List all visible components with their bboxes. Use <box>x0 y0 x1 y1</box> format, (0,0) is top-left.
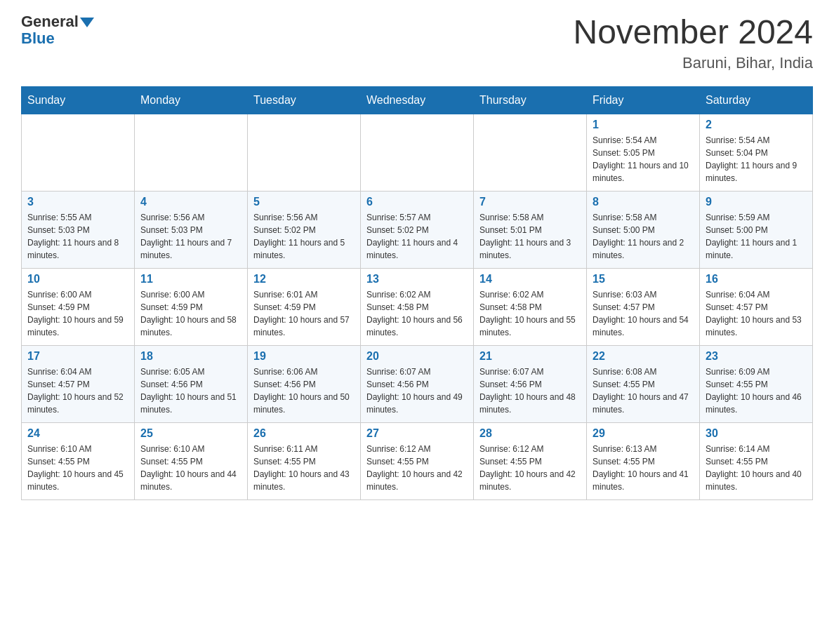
logo-sub: Blue <box>21 31 55 46</box>
day-info: Sunrise: 6:13 AM Sunset: 4:55 PM Dayligh… <box>593 443 694 493</box>
day-number: 13 <box>366 273 468 286</box>
day-info: Sunrise: 5:55 AM Sunset: 5:03 PM Dayligh… <box>27 211 128 262</box>
day-number: 2 <box>706 119 807 131</box>
day-info: Sunrise: 6:01 AM Sunset: 4:59 PM Dayligh… <box>253 288 355 339</box>
calendar-cell: 3Sunrise: 5:55 AM Sunset: 5:03 PM Daylig… <box>22 191 135 268</box>
day-number: 23 <box>706 350 807 363</box>
day-info: Sunrise: 6:10 AM Sunset: 4:55 PM Dayligh… <box>140 443 241 493</box>
day-number: 27 <box>366 427 468 440</box>
title-area: November 2024 Baruni, Bihar, India <box>573 14 813 72</box>
day-number: 8 <box>593 196 694 208</box>
header-thursday: Thursday <box>474 86 587 114</box>
day-number: 14 <box>479 273 581 286</box>
day-number: 28 <box>479 427 581 440</box>
logo-main: General <box>21 14 94 29</box>
calendar-cell: 17Sunrise: 6:04 AM Sunset: 4:57 PM Dayli… <box>22 345 135 422</box>
calendar-cell: 30Sunrise: 6:14 AM Sunset: 4:55 PM Dayli… <box>700 422 813 499</box>
day-info: Sunrise: 5:58 AM Sunset: 5:01 PM Dayligh… <box>479 211 581 262</box>
calendar-cell <box>474 114 587 191</box>
calendar-cell: 23Sunrise: 6:09 AM Sunset: 4:55 PM Dayli… <box>700 345 813 422</box>
day-info: Sunrise: 6:07 AM Sunset: 4:56 PM Dayligh… <box>366 365 468 416</box>
calendar-cell: 13Sunrise: 6:02 AM Sunset: 4:58 PM Dayli… <box>361 268 474 345</box>
day-info: Sunrise: 6:04 AM Sunset: 4:57 PM Dayligh… <box>27 365 128 416</box>
day-info: Sunrise: 5:59 AM Sunset: 5:00 PM Dayligh… <box>706 211 807 262</box>
header-sunday: Sunday <box>22 86 135 114</box>
day-number: 26 <box>253 427 355 440</box>
week-row-1: 1Sunrise: 5:54 AM Sunset: 5:05 PM Daylig… <box>22 114 813 191</box>
header-wednesday: Wednesday <box>361 86 474 114</box>
calendar-cell: 1Sunrise: 5:54 AM Sunset: 5:05 PM Daylig… <box>587 114 700 191</box>
calendar-cell: 20Sunrise: 6:07 AM Sunset: 4:56 PM Dayli… <box>361 345 474 422</box>
calendar-table: Sunday Monday Tuesday Wednesday Thursday… <box>21 86 813 500</box>
calendar-cell: 19Sunrise: 6:06 AM Sunset: 4:56 PM Dayli… <box>248 345 361 422</box>
calendar-cell: 26Sunrise: 6:11 AM Sunset: 4:55 PM Dayli… <box>248 422 361 499</box>
day-number: 5 <box>253 196 355 208</box>
header: General Blue November 2024 Baruni, Bihar… <box>21 14 813 72</box>
day-info: Sunrise: 5:54 AM Sunset: 5:05 PM Dayligh… <box>593 134 694 185</box>
calendar-cell: 27Sunrise: 6:12 AM Sunset: 4:55 PM Dayli… <box>361 422 474 499</box>
logo: General Blue <box>21 14 94 46</box>
day-info: Sunrise: 6:05 AM Sunset: 4:56 PM Dayligh… <box>140 365 241 416</box>
week-row-3: 10Sunrise: 6:00 AM Sunset: 4:59 PM Dayli… <box>22 268 813 345</box>
day-info: Sunrise: 6:12 AM Sunset: 4:55 PM Dayligh… <box>366 443 468 493</box>
calendar-cell: 11Sunrise: 6:00 AM Sunset: 4:59 PM Dayli… <box>135 268 248 345</box>
calendar-cell: 24Sunrise: 6:10 AM Sunset: 4:55 PM Dayli… <box>22 422 135 499</box>
logo-triangle-icon <box>80 18 94 27</box>
calendar-cell: 22Sunrise: 6:08 AM Sunset: 4:55 PM Dayli… <box>587 345 700 422</box>
day-number: 15 <box>593 273 694 286</box>
day-info: Sunrise: 6:09 AM Sunset: 4:55 PM Dayligh… <box>706 365 807 416</box>
day-number: 16 <box>706 273 807 286</box>
day-number: 30 <box>706 427 807 440</box>
day-info: Sunrise: 5:56 AM Sunset: 5:03 PM Dayligh… <box>140 211 241 262</box>
day-number: 1 <box>593 119 694 131</box>
calendar-cell: 15Sunrise: 6:03 AM Sunset: 4:57 PM Dayli… <box>587 268 700 345</box>
calendar-cell: 6Sunrise: 5:57 AM Sunset: 5:02 PM Daylig… <box>361 191 474 268</box>
header-friday: Friday <box>587 86 700 114</box>
day-number: 25 <box>140 427 241 440</box>
day-info: Sunrise: 5:56 AM Sunset: 5:02 PM Dayligh… <box>253 211 355 262</box>
day-info: Sunrise: 6:04 AM Sunset: 4:57 PM Dayligh… <box>706 288 807 339</box>
calendar-cell: 29Sunrise: 6:13 AM Sunset: 4:55 PM Dayli… <box>587 422 700 499</box>
month-year-title: November 2024 <box>573 14 813 51</box>
header-saturday: Saturday <box>700 86 813 114</box>
day-info: Sunrise: 6:10 AM Sunset: 4:55 PM Dayligh… <box>27 443 128 493</box>
day-number: 22 <box>593 350 694 363</box>
day-number: 29 <box>593 427 694 440</box>
calendar-cell: 10Sunrise: 6:00 AM Sunset: 4:59 PM Dayli… <box>22 268 135 345</box>
calendar-cell: 4Sunrise: 5:56 AM Sunset: 5:03 PM Daylig… <box>135 191 248 268</box>
day-info: Sunrise: 6:06 AM Sunset: 4:56 PM Dayligh… <box>253 365 355 416</box>
location-subtitle: Baruni, Bihar, India <box>573 54 813 72</box>
day-number: 10 <box>27 273 128 286</box>
calendar-cell <box>361 114 474 191</box>
day-number: 24 <box>27 427 128 440</box>
day-info: Sunrise: 6:07 AM Sunset: 4:56 PM Dayligh… <box>479 365 581 416</box>
header-monday: Monday <box>135 86 248 114</box>
day-info: Sunrise: 6:00 AM Sunset: 4:59 PM Dayligh… <box>27 288 128 339</box>
calendar-cell: 21Sunrise: 6:07 AM Sunset: 4:56 PM Dayli… <box>474 345 587 422</box>
calendar-cell: 9Sunrise: 5:59 AM Sunset: 5:00 PM Daylig… <box>700 191 813 268</box>
day-info: Sunrise: 6:02 AM Sunset: 4:58 PM Dayligh… <box>366 288 468 339</box>
day-number: 17 <box>27 350 128 363</box>
day-number: 7 <box>479 196 581 208</box>
calendar-cell <box>135 114 248 191</box>
day-info: Sunrise: 6:03 AM Sunset: 4:57 PM Dayligh… <box>593 288 694 339</box>
day-info: Sunrise: 6:11 AM Sunset: 4:55 PM Dayligh… <box>253 443 355 493</box>
day-number: 11 <box>140 273 241 286</box>
day-info: Sunrise: 6:14 AM Sunset: 4:55 PM Dayligh… <box>706 443 807 493</box>
calendar-cell: 5Sunrise: 5:56 AM Sunset: 5:02 PM Daylig… <box>248 191 361 268</box>
calendar-cell: 7Sunrise: 5:58 AM Sunset: 5:01 PM Daylig… <box>474 191 587 268</box>
calendar-cell: 14Sunrise: 6:02 AM Sunset: 4:58 PM Dayli… <box>474 268 587 345</box>
day-number: 18 <box>140 350 241 363</box>
calendar-cell: 25Sunrise: 6:10 AM Sunset: 4:55 PM Dayli… <box>135 422 248 499</box>
calendar-cell: 2Sunrise: 5:54 AM Sunset: 5:04 PM Daylig… <box>700 114 813 191</box>
calendar-cell: 18Sunrise: 6:05 AM Sunset: 4:56 PM Dayli… <box>135 345 248 422</box>
day-number: 19 <box>253 350 355 363</box>
day-number: 6 <box>366 196 468 208</box>
day-number: 9 <box>706 196 807 208</box>
day-info: Sunrise: 6:00 AM Sunset: 4:59 PM Dayligh… <box>140 288 241 339</box>
week-row-4: 17Sunrise: 6:04 AM Sunset: 4:57 PM Dayli… <box>22 345 813 422</box>
day-info: Sunrise: 5:57 AM Sunset: 5:02 PM Dayligh… <box>366 211 468 262</box>
day-number: 3 <box>27 196 128 208</box>
day-number: 12 <box>253 273 355 286</box>
calendar-cell: 12Sunrise: 6:01 AM Sunset: 4:59 PM Dayli… <box>248 268 361 345</box>
